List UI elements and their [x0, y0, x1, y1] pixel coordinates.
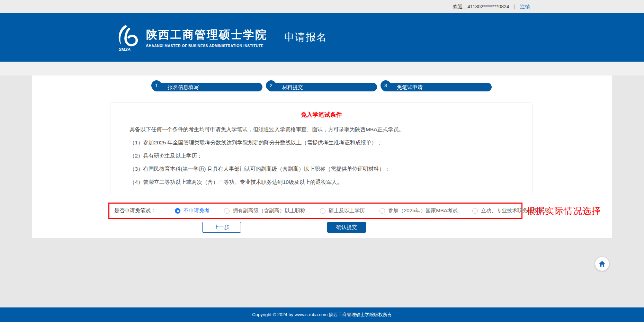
topbar: 欢迎，411302********0824 | 注销 — [0, 0, 644, 13]
copyright-text: Copyright © 2024 by www.s-mba.com 陕西工商管理… — [252, 312, 392, 317]
logout-link[interactable]: 注销 — [520, 4, 530, 9]
header: SM3A 陕西工商管理硕士学院 SHAANXI MASTER OF BUSINE… — [0, 13, 644, 62]
step-number-badge: 3 — [381, 80, 391, 91]
home-button[interactable] — [595, 257, 609, 271]
step-tab-2[interactable]: 2 材料提交 — [267, 83, 377, 91]
logo-text-block: 陕西工商管理硕士学院 SHAANXI MASTER OF BUSINESS AD… — [146, 27, 267, 48]
home-icon — [598, 260, 606, 268]
exemption-question-label: 是否申请免笔试： — [114, 207, 156, 214]
condition-item-3: （3）有国民教育本科(第一学历) 且具有人事部门认可的副高级（含副高）以上职称（… — [129, 166, 513, 173]
sub-header-band — [0, 62, 644, 75]
header-divider — [275, 27, 275, 47]
radio-button-icon[interactable] — [379, 208, 385, 214]
radio-option-national-mba-exam[interactable]: 参加（2025年）国家MBA考试 — [379, 207, 458, 214]
conditions-intro: 具备以下任何一个条件的考生均可申请免入学笔试，但须通过入学资格审查、面试，方可录… — [129, 126, 513, 133]
radio-option-no-exemption[interactable]: 不申请免考 — [175, 207, 209, 214]
radio-option-master-degree[interactable]: 硕士及以上学历 — [320, 207, 365, 214]
institute-name: 陕西工商管理硕士学院 — [146, 27, 267, 43]
previous-step-button[interactable]: 上一步 — [202, 222, 241, 233]
exemption-choice-row: 是否申请免笔试： 不申请免考 拥有副高级（含副高）以上职称 硕士及以上学历 参加… — [108, 203, 522, 219]
radio-button-icon[interactable] — [224, 208, 230, 214]
radio-button-icon[interactable] — [320, 208, 325, 214]
exemption-conditions-panel: 免入学笔试条件 具备以下任何一个条件的考生均可申请免入学笔试，但须通过入学资格审… — [110, 102, 533, 194]
content-card: 1 报名信息填写 2 材料提交 3 免笔试申请 免入学笔试条件 具备以下任何一个… — [32, 75, 612, 238]
main-area: 1 报名信息填写 2 材料提交 3 免笔试申请 免入学笔试条件 具备以下任何一个… — [0, 75, 644, 307]
topbar-separator: | — [514, 4, 515, 9]
button-row: 上一步 确认提交 — [32, 222, 612, 233]
step-tab-1[interactable]: 1 报名信息填写 — [152, 83, 262, 91]
step-tabs: 1 报名信息填写 2 材料提交 3 免笔试申请 — [32, 75, 612, 93]
step-tab-3[interactable]: 3 免笔试申请 — [382, 83, 492, 91]
footer: Copyright © 2024 by www.s-mba.com 陕西工商管理… — [0, 307, 644, 322]
radio-button-icon[interactable] — [175, 208, 180, 214]
condition-item-1: （1）参加2025 年全国管理类联考分数线达到学院划定的降分分数线以上（需提供考… — [129, 139, 513, 146]
svg-text:SM3A: SM3A — [119, 47, 131, 52]
radio-option-senior-title[interactable]: 拥有副高级（含副高）以上职称 — [224, 207, 305, 214]
page-title: 申请报名 — [284, 30, 327, 44]
institute-name-en: SHAANXI MASTER OF BUSINESS ADMINISTRATIO… — [146, 44, 267, 48]
red-annotation-text: 根据实际情况选择 — [526, 205, 601, 217]
radio-button-icon[interactable] — [472, 208, 478, 214]
step-label: 免笔试申请 — [382, 83, 492, 91]
confirm-submit-button[interactable]: 确认提交 — [327, 222, 366, 233]
conditions-title: 免入学笔试条件 — [129, 111, 513, 119]
welcome-text: 欢迎，411302********0824 — [453, 4, 509, 9]
step-number-badge: 2 — [266, 80, 276, 91]
condition-item-4: （4）曾荣立二等功以上或两次（含）三等功、专业技术职务达到10级及以上的退役军人… — [129, 179, 513, 186]
step-number-badge: 1 — [151, 80, 162, 91]
step-label: 报名信息填写 — [152, 83, 262, 91]
smba-logo-icon: SM3A — [114, 23, 143, 52]
step-label: 材料提交 — [267, 83, 377, 91]
condition-item-2: （2）具有研究生及以上学历； — [129, 152, 513, 160]
